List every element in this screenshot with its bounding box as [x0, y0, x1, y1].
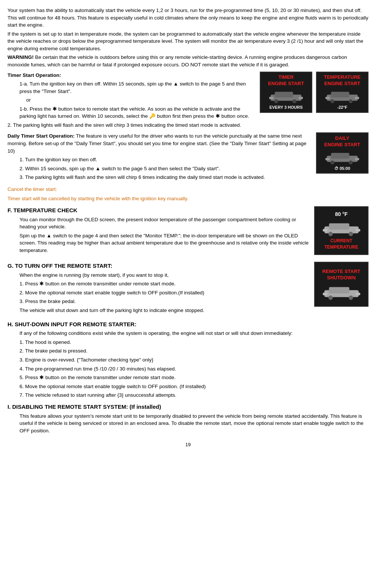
current-temperature-box: 80 °F CURRENT TEMPERATURE [314, 206, 369, 255]
timer-images: TIMER ENGINE START EVERY 3 HOURS TEMPERA… [260, 72, 369, 113]
svg-rect-25 [329, 287, 349, 293]
current-temp-label2: TEMPERATURE [324, 244, 358, 250]
timer-box1-line1: TIMER [279, 74, 294, 81]
svg-rect-16 [325, 158, 330, 160]
timer-box1-line3: EVERY 3 HOURS [270, 105, 303, 110]
timer-box1-line2: ENGINE START [268, 81, 304, 87]
shut-down-section: H. SHUT-DOWN INPUT FOR REMOTE STARTER: I… [7, 320, 369, 399]
shut-down-list: 1. The hood is opened. 2. The brake peda… [7, 339, 369, 399]
current-temp-value: 80 °F [335, 210, 348, 218]
svg-rect-7 [331, 92, 349, 97]
daily-box-car-icon [325, 150, 359, 164]
warning-label: WARNING! [7, 54, 34, 60]
svg-rect-28 [323, 292, 328, 295]
remote-shutdown-box: REMOTE START SHUTDOWN [314, 262, 369, 307]
svg-rect-17 [355, 158, 359, 160]
daily-engine-start-box: DAILY ENGINE START ⏱ 05:00 [316, 132, 369, 174]
svg-rect-22 [323, 229, 328, 231]
intro-warning: WARNING! Be certain that the vehicle is … [7, 54, 369, 68]
svg-point-20 [328, 232, 333, 236]
timer-box2-line1: TEMPERATURE [324, 74, 361, 81]
page-number: 19 [7, 442, 369, 447]
cancel-text: Timer start will be cancelled by startin… [7, 195, 369, 202]
shut-down-item-1: 1. The hood is opened. [19, 339, 369, 346]
timer-engine-start-box: TIMER ENGINE START EVERY 3 HOURS [260, 72, 312, 113]
daily-timer-heading: Daily Timer Start Operation: The feature… [7, 132, 369, 154]
remote-stop-outro: The vehicle will shut down and turn off … [19, 307, 369, 314]
shutdown-box-car-icon [323, 284, 360, 300]
svg-rect-29 [355, 292, 360, 295]
timer-box2-line3: -22°F [337, 105, 347, 110]
svg-point-27 [349, 296, 353, 300]
timer-step2: 2. The parking lights will flash and the… [7, 122, 369, 129]
svg-point-21 [349, 232, 353, 236]
shut-down-intro: If any of the following conditions exist… [19, 330, 369, 337]
shutdown-box-line1: REMOTE START [322, 268, 361, 275]
shut-down-item-4: 4. The pre-programmed run time (5 /10 /2… [19, 365, 369, 373]
intro-para2: If the system is set up to start in temp… [7, 30, 369, 52]
current-temp-car-icon [323, 220, 360, 236]
shutdown-box-line2: SHUTDOWN [327, 275, 356, 281]
timer-box2-car-icon [325, 89, 359, 103]
daily-box-line2: ENGINE START [324, 142, 360, 148]
svg-rect-10 [325, 97, 330, 99]
main-content: Your system has the ability to automatic… [7, 7, 369, 434]
disable-text: This feature allows your system's remote… [19, 412, 369, 435]
daily-box-time: ⏱ 05:00 [334, 166, 350, 171]
shut-down-item-2: 2. The brake pedal is pressed. [19, 347, 369, 355]
svg-point-26 [328, 296, 333, 300]
svg-rect-19 [329, 223, 349, 230]
daily-step3: 3. The parking lights will flash and the… [19, 174, 369, 181]
daily-box-line1: DAILY [335, 135, 349, 142]
svg-rect-1 [275, 92, 293, 97]
intro-para1: Your system has the ability to automatic… [7, 7, 369, 29]
timer-box2-line2: ENGINE START [324, 81, 360, 87]
shut-down-heading: H. SHUT-DOWN INPUT FOR REMOTE STARTER: [7, 320, 369, 328]
temp-engine-start-box: TEMPERATURE ENGINE START -22°F [316, 72, 369, 113]
warning-text: Be certain that the vehicle is outdoors … [7, 54, 347, 68]
shut-down-item-7: 7. The vehicle refused to start running … [19, 392, 369, 399]
shut-down-item-5: 5. Press ✱ button on the remote transmit… [19, 374, 369, 381]
shut-down-item-6: 6. Move the optional remote start enable… [19, 383, 369, 390]
svg-rect-13 [331, 153, 349, 158]
cancel-heading: Cancel the timer start: [7, 186, 369, 193]
disable-heading-suffix: (If installed) [128, 404, 161, 410]
timer-box1-car-icon [269, 89, 303, 103]
disable-heading: I. DISABLING THE REMOTE START SYSTEM: (I… [7, 403, 369, 411]
current-temp-label1: CURRENT [330, 238, 352, 244]
svg-rect-23 [355, 229, 360, 231]
svg-rect-4 [269, 97, 273, 99]
disable-section: I. DISABLING THE REMOTE START SYSTEM: (I… [7, 403, 369, 434]
svg-rect-11 [355, 97, 359, 99]
svg-rect-5 [299, 97, 303, 99]
shut-down-item-3: 3. Engine is over-revved. {"Tachometer c… [19, 356, 369, 364]
